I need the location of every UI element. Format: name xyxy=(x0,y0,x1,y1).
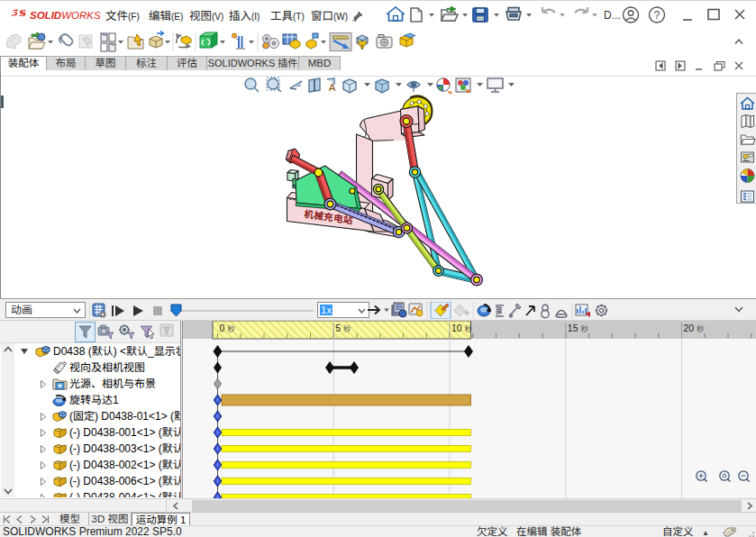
svg-text:15 秒: 15 秒 xyxy=(568,323,589,333)
svg-text:SOLIDWORKS: SOLIDWORKS xyxy=(30,10,101,21)
svg-text:!: ! xyxy=(360,43,362,50)
svg-text:?: ? xyxy=(654,9,660,22)
svg-text:0 秒: 0 秒 xyxy=(220,323,236,333)
svg-text:5 秒: 5 秒 xyxy=(335,323,351,333)
svg-text:D...: D... xyxy=(604,9,621,22)
svg-text:10 秒: 10 秒 xyxy=(451,323,473,333)
svg-text:20 秒: 20 秒 xyxy=(684,323,706,333)
